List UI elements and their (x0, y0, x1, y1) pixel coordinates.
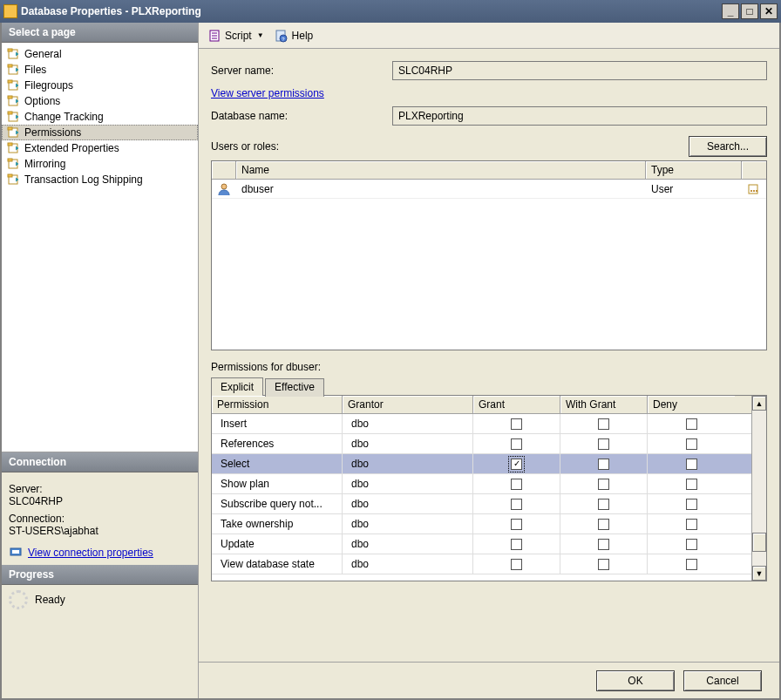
checkbox[interactable] (686, 539, 697, 550)
checkbox[interactable] (686, 459, 697, 470)
connection-info: Server: SLC04RHP Connection: ST-USERS\aj… (2, 472, 198, 565)
checkbox[interactable] (511, 438, 522, 450)
svg-rect-9 (8, 112, 12, 114)
sidebar-item-general[interactable]: General (2, 46, 198, 62)
permission-row[interactable]: Referencesdbo (212, 434, 751, 454)
checkbox[interactable] (598, 559, 609, 570)
scrollbar[interactable]: ▲ ▼ (751, 396, 766, 581)
sidebar-item-options[interactable]: Options (2, 93, 198, 109)
server-label: Server: (9, 483, 191, 495)
scroll-down-button[interactable]: ▼ (752, 566, 766, 581)
select-page-header: Select a page (2, 23, 198, 43)
col-name[interactable]: Name (236, 161, 646, 179)
checkbox[interactable] (511, 519, 522, 530)
sidebar-item-transaction-log-shipping[interactable]: Transaction Log Shipping (2, 172, 198, 187)
sidebar-item-permissions[interactable]: Permissions (2, 125, 198, 140)
permission-row[interactable]: Updatedbo (212, 534, 751, 554)
connection-value: ST-USERS\ajabhat (9, 525, 191, 537)
sidebar-item-files[interactable]: Files (2, 62, 198, 78)
checkbox[interactable] (511, 418, 522, 430)
svg-rect-17 (8, 174, 12, 177)
progress-info: Ready (2, 585, 198, 615)
sidebar-item-extended-properties[interactable]: Extended Properties (2, 140, 198, 156)
checkbox[interactable] (686, 559, 697, 570)
checkbox[interactable] (511, 539, 522, 550)
checkbox[interactable] (598, 539, 609, 550)
checkbox[interactable] (511, 459, 522, 470)
view-server-permissions-link[interactable]: View server permissions (211, 87, 324, 99)
help-button[interactable]: ? Help (271, 27, 317, 44)
permission-row[interactable]: Show plandbo (212, 474, 751, 494)
col-permission[interactable]: Permission (212, 396, 343, 413)
page-icon (7, 173, 21, 187)
left-panel: Select a page GeneralFilesFilegroupsOpti… (2, 23, 199, 698)
sidebar-item-change-tracking[interactable]: Change Tracking (2, 109, 198, 125)
page-icon (7, 63, 21, 77)
users-grid[interactable]: Name Type dbuserUser (211, 160, 767, 350)
svg-rect-13 (8, 143, 12, 146)
checkbox[interactable] (686, 418, 697, 430)
tab-effective[interactable]: Effective (265, 378, 324, 397)
svg-rect-1 (8, 49, 12, 51)
page-icon (7, 126, 21, 139)
svg-rect-7 (8, 96, 12, 99)
permission-row[interactable]: View database statedbo (212, 554, 751, 574)
checkbox[interactable] (511, 479, 522, 490)
right-panel: Script ▼ ? Help Server name: SLC04RHP Vi… (199, 23, 779, 698)
content-area: Server name: SLC04RHP View server permis… (199, 49, 779, 662)
close-button[interactable]: ✕ (760, 3, 778, 19)
checkbox[interactable] (598, 519, 609, 530)
checkbox[interactable] (598, 438, 609, 450)
col-type[interactable]: Type (646, 161, 742, 179)
scroll-up-button[interactable]: ▲ (752, 396, 766, 411)
connection-icon (9, 546, 23, 560)
footer: OK Cancel (199, 662, 779, 698)
users-roles-label: Users or roles: (211, 140, 279, 153)
view-connection-properties-link[interactable]: View connection properties (28, 547, 153, 559)
permissions-grid[interactable]: Permission Grantor Grant With Grant Deny… (211, 395, 767, 581)
ok-button[interactable]: OK (596, 670, 675, 691)
tab-explicit[interactable]: Explicit (211, 377, 263, 396)
script-button[interactable]: Script ▼ (204, 27, 268, 44)
svg-point-24 (221, 184, 227, 189)
sidebar-item-mirroring[interactable]: Mirroring (2, 156, 198, 172)
checkbox[interactable] (598, 418, 609, 430)
checkbox[interactable] (598, 459, 609, 470)
col-grantor[interactable]: Grantor (343, 396, 473, 413)
database-name-label: Database name: (211, 110, 385, 122)
col-grant[interactable]: Grant (473, 396, 560, 413)
ellipsis-icon[interactable] (747, 182, 761, 196)
maximize-button[interactable]: □ (741, 3, 758, 19)
user-row[interactable]: dbuserUser (212, 180, 766, 199)
search-button[interactable]: Search... (689, 136, 767, 157)
permission-row[interactable]: Selectdbo (212, 454, 751, 474)
scroll-thumb[interactable] (752, 533, 766, 552)
connection-label: Connection: (9, 513, 191, 525)
page-icon (7, 47, 21, 61)
checkbox[interactable] (686, 519, 697, 530)
checkbox[interactable] (511, 559, 522, 570)
col-with-grant[interactable]: With Grant (560, 396, 648, 413)
checkbox[interactable] (686, 438, 697, 450)
permission-row[interactable]: Insertdbo (212, 414, 751, 434)
svg-point-26 (750, 190, 752, 192)
sidebar-item-filegroups[interactable]: Filegroups (2, 78, 198, 93)
cancel-button[interactable]: Cancel (683, 670, 762, 691)
help-icon: ? (275, 29, 289, 43)
scroll-track[interactable] (752, 411, 766, 566)
col-deny[interactable]: Deny (648, 396, 735, 413)
permission-row[interactable]: Subscribe query not...dbo (212, 494, 751, 514)
page-icon (7, 110, 21, 124)
permission-row[interactable]: Take ownershipdbo (212, 514, 751, 534)
svg-rect-19 (12, 550, 19, 554)
checkbox[interactable] (598, 479, 609, 490)
checkbox[interactable] (598, 499, 609, 510)
minimize-button[interactable]: _ (722, 3, 739, 19)
page-icon (7, 141, 21, 155)
checkbox[interactable] (686, 479, 697, 490)
page-icon (7, 78, 21, 92)
checkbox[interactable] (686, 499, 697, 510)
app-icon (3, 4, 17, 18)
checkbox[interactable] (511, 499, 522, 510)
progress-header: Progress (2, 565, 198, 585)
